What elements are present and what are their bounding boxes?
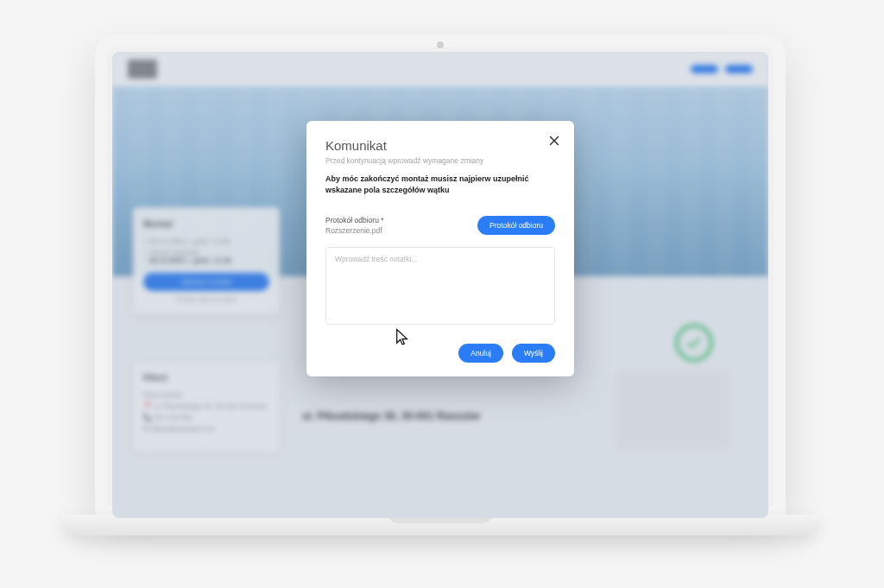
- modal-dialog: Komunikat Przed kontynuacją wprowadź wym…: [306, 121, 574, 376]
- protocol-row: Protokół odbioru * Rozszerzenie.pdf Prot…: [325, 216, 555, 235]
- modal-overlay: Komunikat Przed kontynuacją wprowadź wym…: [112, 52, 768, 518]
- protocol-info: Protokół odbioru * Rozszerzenie.pdf: [325, 216, 384, 235]
- app-screen: Montaż ○ 28.12.2020 r., godz. 11:00 ○ Te…: [112, 52, 768, 518]
- protocol-label: Protokół odbioru *: [325, 216, 384, 224]
- modal-message: Aby móc zakończyć montaż musisz najpierw…: [325, 174, 555, 195]
- modal-title: Komunikat: [325, 138, 555, 153]
- laptop-frame: Montaż ○ 28.12.2020 r., godz. 11:00 ○ Te…: [95, 35, 786, 518]
- close-icon[interactable]: [546, 133, 562, 149]
- protocol-upload-button[interactable]: Protokół odbioru: [477, 216, 555, 235]
- modal-actions: Anuluj Wyślij: [325, 344, 555, 363]
- cancel-button[interactable]: Anuluj: [458, 344, 503, 363]
- modal-subtitle: Przed kontynuacją wprowadź wymagane zmia…: [325, 156, 555, 165]
- protocol-filename: Rozszerzenie.pdf: [325, 226, 384, 235]
- laptop-camera: [437, 41, 444, 48]
- note-textarea[interactable]: [325, 247, 555, 325]
- submit-button[interactable]: Wyślij: [512, 344, 555, 363]
